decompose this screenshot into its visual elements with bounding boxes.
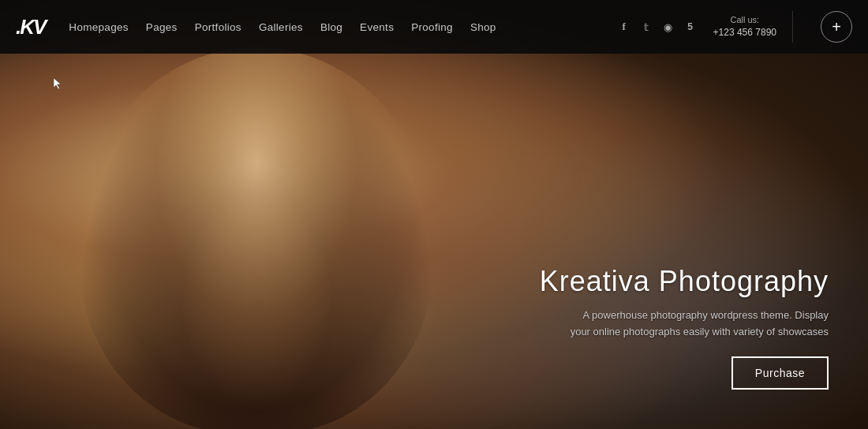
nav-link-homepages[interactable]: Homepages xyxy=(69,21,129,33)
nav-item-shop[interactable]: Shop xyxy=(470,20,496,34)
instagram-icon[interactable]: ◉ xyxy=(661,21,675,33)
hero-title: Kreativa Photography xyxy=(540,265,829,298)
phone-number: +123 456 7890 xyxy=(713,26,776,39)
nav-item-homepages[interactable]: Homepages xyxy=(69,20,129,34)
nav-item-portfolios[interactable]: Portfolios xyxy=(195,20,241,34)
hero-subtitle: A powerhouse photography wordpress theme… xyxy=(560,308,829,341)
nav-link-blog[interactable]: Blog xyxy=(320,21,342,33)
twitter-icon[interactable]: 𝕥 xyxy=(639,21,653,33)
nav-item-proofing[interactable]: Proofing xyxy=(411,20,453,34)
purchase-button[interactable]: Purchase xyxy=(731,356,829,390)
nav-left: .KV Homepages Pages Portfolios Galleries… xyxy=(16,15,496,39)
plus-button[interactable]: + xyxy=(821,11,852,43)
hero-content: Kreativa Photography A powerhouse photog… xyxy=(540,265,829,390)
500px-icon[interactable]: 5 xyxy=(683,21,698,32)
nav-divider xyxy=(792,11,793,43)
nav-link-proofing[interactable]: Proofing xyxy=(411,21,453,33)
facebook-icon[interactable]: f xyxy=(617,21,631,33)
navbar: .KV Homepages Pages Portfolios Galleries… xyxy=(0,0,868,54)
nav-link-galleries[interactable]: Galleries xyxy=(259,21,303,33)
nav-menu: Homepages Pages Portfolios Galleries Blo… xyxy=(69,20,496,34)
social-icons: f 𝕥 ◉ 5 xyxy=(617,21,698,33)
nav-item-pages[interactable]: Pages xyxy=(146,20,178,34)
nav-item-blog[interactable]: Blog xyxy=(320,20,342,34)
nav-link-pages[interactable]: Pages xyxy=(146,21,178,33)
call-info: Call us: +123 456 7890 xyxy=(713,14,776,39)
nav-item-events[interactable]: Events xyxy=(360,20,394,34)
nav-link-shop[interactable]: Shop xyxy=(470,21,496,33)
logo[interactable]: .KV xyxy=(16,15,45,39)
nav-link-portfolios[interactable]: Portfolios xyxy=(195,21,241,33)
nav-right: f 𝕥 ◉ 5 Call us: +123 456 7890 + xyxy=(617,11,852,43)
nav-item-galleries[interactable]: Galleries xyxy=(259,20,303,34)
call-label: Call us: xyxy=(713,14,776,26)
nav-link-events[interactable]: Events xyxy=(360,21,394,33)
